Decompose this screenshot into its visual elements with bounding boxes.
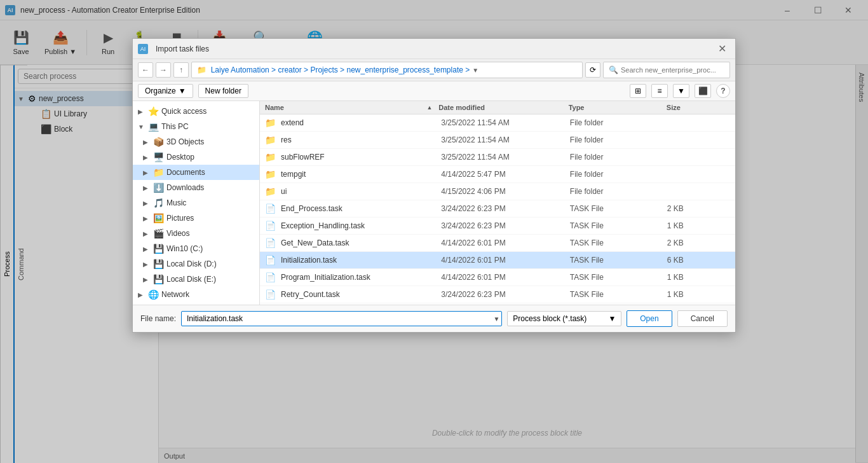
sidebar-item-label: Desktop (166, 153, 194, 162)
column-header-size[interactable]: Size (667, 104, 730, 111)
file-type: File folder (570, 170, 665, 179)
sidebar-item-label: Pictures (166, 214, 194, 223)
dialog-actionbar: Organize ▼ New folder ⊞ ≡ ▼ ⬛ ? (133, 81, 735, 101)
table-row[interactable]: 📁 subFlowREF 3/25/2022 11:54 AM File fol… (260, 149, 735, 166)
folder-icon: 📁 (265, 169, 276, 179)
file-type: File folder (570, 118, 665, 127)
file-date: 4/14/2022 5:47 PM (441, 170, 567, 179)
sidebar-item-documents[interactable]: ▶ 📁 Documents (133, 165, 259, 180)
arrow-icon: ▶ (143, 154, 151, 161)
file-size: 2 KB (667, 238, 730, 247)
sidebar-item-local-disk-e[interactable]: ▶ 💾 Local Disk (E:) (133, 272, 259, 287)
file-name: tempgit (281, 170, 438, 179)
file-date: 3/24/2022 6:23 PM (441, 290, 567, 299)
table-row[interactable]: 📁 res 3/25/2022 11:54 AM File folder (260, 132, 735, 149)
arrow-icon: ▶ (143, 139, 151, 146)
sidebar-item-3d-objects[interactable]: ▶ 📦 3D Objects (133, 134, 259, 149)
view-toggle-button[interactable]: ▼ (673, 84, 689, 98)
sidebar-item-music[interactable]: ▶ 🎵 Music (133, 195, 259, 211)
table-row[interactable]: 📄 Exception_Handling.task 3/24/2022 6:23… (260, 218, 735, 235)
organize-button[interactable]: Organize ▼ (138, 84, 193, 98)
sidebar-item-label: Music (166, 198, 186, 207)
refresh-button[interactable]: ⟳ (585, 62, 600, 78)
file-icon: 📄 (265, 204, 276, 214)
search-icon: 🔍 (609, 66, 618, 74)
file-type-select[interactable]: Process block (*.task) ▼ (507, 311, 621, 326)
sidebar-item-win10-c[interactable]: ▶ 💾 Win10 (C:) (133, 241, 259, 256)
table-row[interactable]: 📄 Get_New_Data.task 4/14/2022 6:01 PM TA… (260, 235, 735, 252)
folder-icon: ⬇️ (153, 183, 164, 193)
table-row[interactable]: 📄 Program_Initialization.task 4/14/2022 … (260, 269, 735, 286)
new-folder-button[interactable]: New folder (198, 84, 248, 98)
column-header-date[interactable]: Date modified (438, 104, 566, 111)
sidebar-item-downloads[interactable]: ▶ ⬇️ Downloads (133, 180, 259, 195)
file-type: TASK File (570, 221, 665, 230)
sidebar-item-network[interactable]: ▶ 🌐 Network (133, 287, 259, 302)
arrow-icon: ▶ (143, 184, 151, 191)
sidebar-item-local-disk-d[interactable]: ▶ 💾 Local Disk (D:) (133, 256, 259, 272)
file-icon: 📄 (265, 255, 276, 265)
file-name: Program_Initialization.task (281, 273, 438, 282)
file-name-input[interactable] (181, 311, 502, 326)
file-type: File folder (570, 135, 665, 144)
column-header-name[interactable]: Name (265, 104, 424, 111)
file-type: File folder (570, 187, 665, 196)
file-date: 4/15/2022 4:06 PM (441, 187, 567, 196)
sidebar-item-label: 3D Objects (166, 137, 204, 146)
folder-icon: 💾 (153, 274, 164, 284)
column-header-type[interactable]: Type (569, 104, 664, 111)
help-button[interactable]: ? (716, 84, 730, 98)
arrow-icon: ▶ (143, 261, 151, 268)
arrow-icon: ▶ (143, 230, 151, 237)
view-detail-button[interactable]: ≡ (651, 84, 668, 98)
dialog-overlay: AI Import task files ✕ ← → ↑ 📁 Laiye Aut… (0, 0, 868, 463)
file-name-dropdown-icon[interactable]: ▼ (493, 315, 499, 322)
folder-icon: 📁 (265, 118, 276, 128)
organize-arrow-icon: ▼ (179, 86, 186, 95)
dialog-close-button[interactable]: ✕ (714, 41, 730, 57)
cancel-button[interactable]: Cancel (677, 310, 728, 327)
file-name: ui (281, 187, 438, 196)
file-icon: 📄 (265, 238, 276, 248)
table-row[interactable]: 📁 extend 3/25/2022 11:54 AM File folder (260, 114, 735, 132)
back-button[interactable]: ← (138, 62, 153, 78)
sidebar-item-pictures[interactable]: ▶ 🖼️ Pictures (133, 211, 259, 226)
table-row[interactable]: 📁 tempgit 4/14/2022 5:47 PM File folder (260, 166, 735, 183)
file-sidebar: ▶ ⭐ Quick access ▼ 💻 This PC ▶ 📦 3D Obje… (133, 101, 260, 305)
file-type: TASK File (570, 290, 665, 299)
file-type-dropdown-icon: ▼ (608, 314, 616, 323)
open-button[interactable]: Open (627, 310, 672, 327)
file-name-field: ▼ (181, 311, 502, 326)
arrow-icon: ▼ (138, 123, 146, 130)
table-row[interactable]: 📁 ui 4/15/2022 4:06 PM File folder (260, 183, 735, 200)
arrow-icon: ▶ (143, 215, 151, 222)
file-name: Get_New_Data.task (281, 238, 438, 247)
dialog-title: Import task files (156, 45, 209, 53)
breadcrumb[interactable]: 📁 Laiye Automation > creator > Projects … (191, 62, 583, 78)
sidebar-item-this-pc[interactable]: ▼ 💻 This PC (133, 119, 259, 134)
forward-button[interactable]: → (156, 62, 171, 78)
preview-pane-button[interactable]: ⬛ (695, 84, 711, 98)
file-icon: 📄 (265, 221, 276, 231)
table-row[interactable]: 📄 End_Process.task 3/24/2022 6:23 PM TAS… (260, 200, 735, 218)
file-date: 3/25/2022 11:54 AM (441, 118, 567, 127)
file-list-header: Name ▲ Date modified Type Size (260, 101, 735, 114)
sidebar-item-videos[interactable]: ▶ 🎬 Videos (133, 226, 259, 241)
table-row[interactable]: 📄 Retry_Count.task 3/24/2022 6:23 PM TAS… (260, 286, 735, 303)
file-date: 4/14/2022 6:01 PM (441, 273, 567, 282)
folder-icon: 📁 (265, 135, 276, 145)
breadcrumb-dropdown-icon: ▼ (472, 67, 478, 74)
file-date: 3/25/2022 11:54 AM (441, 153, 567, 162)
up-button[interactable]: ↑ (173, 62, 189, 78)
folder-icon: ⭐ (148, 106, 159, 116)
folder-icon: 🎬 (153, 228, 164, 238)
sidebar-item-label: Local Disk (E:) (166, 275, 216, 284)
folder-icon: 🖥️ (153, 152, 164, 162)
dialog-toolbar: ← → ↑ 📁 Laiye Automation > creator > Pro… (133, 59, 735, 81)
sidebar-item-desktop[interactable]: ▶ 🖥️ Desktop (133, 149, 259, 165)
file-search-input[interactable] (621, 66, 724, 74)
sidebar-item-quick-access[interactable]: ▶ ⭐ Quick access (133, 104, 259, 119)
table-row[interactable]: 📄 Initialization.task 4/14/2022 6:01 PM … (260, 252, 735, 269)
file-date: 3/24/2022 6:23 PM (441, 221, 567, 230)
view-list-button[interactable]: ⊞ (630, 84, 646, 98)
